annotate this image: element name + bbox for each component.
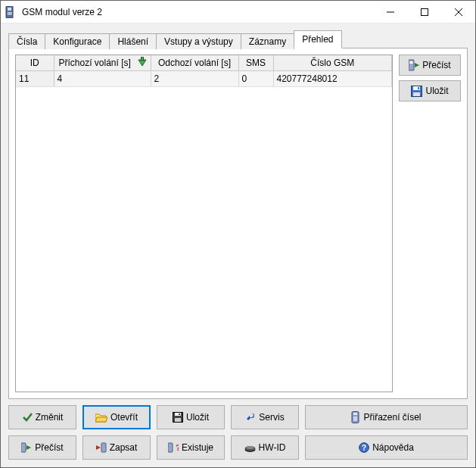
tab-cisla[interactable]: Čísla: [8, 33, 45, 49]
tab-prehled[interactable]: Přehled: [294, 30, 341, 48]
col-incoming-label: Příchozí volání [s]: [59, 58, 131, 68]
hwid-label: HW-ID: [259, 442, 286, 453]
app-icon: [5, 6, 17, 18]
cell-sms: 0: [238, 71, 273, 87]
svg-marker-22: [95, 417, 107, 422]
svg-rect-25: [175, 418, 181, 422]
col-gsm[interactable]: Číslo GSM: [273, 55, 392, 71]
cell-incoming: 4: [54, 71, 151, 87]
svg-rect-4: [11, 12, 12, 14]
otevrit-label: Otevřít: [110, 412, 138, 423]
tab-zaznamy[interactable]: Záznamy: [241, 33, 294, 49]
svg-rect-1: [8, 8, 11, 11]
svg-rect-30: [21, 443, 26, 452]
servis-button[interactable]: Servis: [231, 405, 299, 429]
svg-rect-29: [353, 417, 357, 421]
col-outgoing[interactable]: Odchozí volání [s]: [151, 55, 238, 71]
napoveda-label: Nápověda: [372, 442, 414, 453]
col-id[interactable]: ID: [16, 55, 54, 71]
svg-rect-26: [179, 413, 180, 415]
save-icon: [173, 412, 183, 423]
prirazeni-button[interactable]: Přiřazení čísel: [305, 405, 468, 429]
side-save-button[interactable]: Uložit: [399, 80, 461, 101]
table-row[interactable]: 11 4 2 0 420777248012: [16, 71, 392, 87]
svg-marker-31: [26, 445, 31, 450]
svg-rect-3: [9, 12, 11, 14]
sort-down-icon: [137, 57, 148, 67]
col-sms[interactable]: SMS: [238, 55, 273, 71]
svg-rect-2: [8, 12, 9, 14]
phone-icon: [351, 411, 360, 423]
zmenit-button[interactable]: Změnit: [8, 405, 76, 429]
svg-rect-20: [418, 87, 419, 89]
zapsat-button[interactable]: Zapsat: [82, 435, 151, 460]
device-write-icon: [96, 442, 107, 453]
cell-id: 11: [16, 71, 54, 87]
app-window: GSM modul verze 2 Čísla Konfigurace Hláš…: [0, 0, 476, 468]
ulozit-button[interactable]: Uložit: [157, 405, 225, 429]
client-area: Čísla Konfigurace Hlášení Vstupy a výstu…: [1, 23, 475, 467]
prirazeni-label: Přiřazení čísel: [363, 412, 421, 423]
svg-marker-16: [415, 63, 419, 67]
tab-page-prehled: ID Příchozí volání [s] Odchozí volání [s…: [8, 48, 468, 399]
tab-strip: Čísla Konfigurace Hlášení Vstupy a výstu…: [8, 30, 468, 48]
napoveda-button[interactable]: ? Nápověda: [305, 435, 468, 460]
titlebar: GSM modul verze 2: [1, 1, 475, 23]
side-read-button[interactable]: Přečíst: [399, 55, 461, 76]
side-read-label: Přečíst: [422, 60, 450, 70]
precist-label: Přečíst: [35, 442, 63, 453]
save-icon: [411, 86, 422, 97]
maximize-button[interactable]: [407, 1, 441, 23]
data-grid[interactable]: ID Příchozí volání [s] Odchozí volání [s…: [15, 55, 393, 392]
check-icon: [22, 412, 33, 423]
hwid-button[interactable]: HW-ID: [231, 435, 299, 460]
svg-point-38: [246, 446, 254, 449]
svg-text:?: ?: [176, 443, 179, 452]
table-header-row: ID Příchozí volání [s] Odchozí volání [s…: [16, 55, 392, 71]
folder-open-icon: [95, 413, 107, 423]
close-button[interactable]: [441, 1, 475, 23]
otevrit-button[interactable]: Otevřít: [82, 405, 151, 429]
cell-gsm: 420777248012: [273, 71, 392, 87]
zmenit-label: Změnit: [36, 412, 64, 423]
svg-rect-9: [421, 8, 428, 15]
col-incoming[interactable]: Příchozí volání [s]: [54, 55, 151, 71]
svg-rect-15: [410, 61, 413, 64]
tab-konfigurace[interactable]: Konfigurace: [45, 33, 110, 49]
chip-icon: [244, 443, 256, 453]
wrench-icon: [245, 412, 256, 423]
tab-hlaseni[interactable]: Hlášení: [109, 33, 157, 49]
precist-button[interactable]: Přečíst: [8, 435, 76, 460]
tab-vstupy-vystupy[interactable]: Vstupy a výstupy: [156, 33, 241, 49]
help-icon: ?: [359, 442, 369, 453]
svg-rect-7: [11, 14, 12, 15]
ulozit-label: Uložit: [186, 412, 209, 423]
minimize-button[interactable]: [373, 1, 407, 23]
zapsat-label: Zapsat: [110, 442, 138, 453]
svg-rect-13: [141, 57, 143, 61]
existuje-button[interactable]: ? Existuje: [157, 435, 225, 460]
cell-outgoing: 2: [151, 71, 238, 87]
svg-text:?: ?: [362, 444, 366, 452]
window-title: GSM modul verze 2: [22, 7, 373, 17]
svg-rect-28: [353, 413, 357, 415]
svg-rect-5: [8, 14, 9, 15]
side-save-label: Uložit: [425, 86, 448, 96]
svg-rect-34: [168, 443, 173, 452]
device-read-icon: [21, 442, 32, 453]
svg-rect-6: [9, 14, 11, 15]
svg-rect-19: [413, 92, 420, 96]
svg-rect-33: [101, 443, 106, 452]
device-read-icon: [409, 59, 419, 71]
device-question-icon: ?: [168, 442, 179, 453]
bottom-toolbar: Změnit Otevřít Uložit Servis Přiřazení č…: [8, 399, 468, 460]
svg-marker-32: [96, 445, 101, 450]
side-buttons: Přečíst Uložit: [399, 55, 461, 392]
existuje-label: Existuje: [182, 442, 213, 453]
servis-label: Servis: [259, 412, 284, 423]
